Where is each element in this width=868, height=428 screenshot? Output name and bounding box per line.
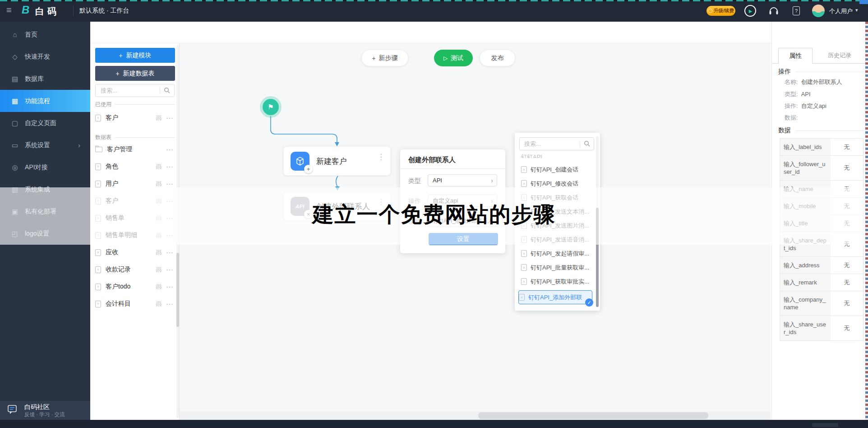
sidebar-item-database[interactable]: ▤ 数据库 <box>0 68 90 90</box>
dropdown-scrollbar-thumb[interactable] <box>596 208 599 307</box>
dropdown-item-clipped[interactable]: 钉钉API_… <box>521 153 593 158</box>
more-icon[interactable]: ··· <box>166 181 174 187</box>
chevron-right-icon: › <box>491 177 493 184</box>
type-select[interactable]: API › <box>428 174 497 186</box>
dropdown-item[interactable]: 钉钉API_创建会话 <box>521 163 592 177</box>
search-icon[interactable] <box>164 87 171 94</box>
dropdown-item[interactable]: 钉钉API_发送图片消... <box>521 219 592 233</box>
sliders-icon[interactable] <box>156 301 162 307</box>
chevron-down-icon[interactable]: ▾ <box>855 7 858 13</box>
sliders-icon[interactable] <box>156 249 162 256</box>
list-item-sales-order[interactable]: 销售单 ··· <box>95 210 175 226</box>
more-icon[interactable]: ··· <box>166 198 174 205</box>
list-item-customer[interactable]: 客户 ··· <box>95 193 175 209</box>
sliders-icon[interactable] <box>156 266 162 273</box>
sliders-icon[interactable] <box>156 115 162 121</box>
help-manual-icon[interactable]: ? <box>793 6 800 15</box>
list-item-sales-order-detail[interactable]: 销售单明细 ··· <box>95 227 175 243</box>
dropdown-item[interactable]: 钉钉API_获取会话 <box>521 191 592 205</box>
template-field[interactable]: 钉钉API_添加外部联系人 <box>428 215 497 227</box>
table-row: 输入_address无 <box>780 256 863 274</box>
sidebar-item-custom-page[interactable]: ▢ 自定义页面 <box>0 112 90 134</box>
search-icon[interactable] <box>584 140 591 147</box>
sidebar-item-private-deploy[interactable]: ▣ 私有化部署 <box>0 200 90 223</box>
more-icon[interactable]: ··· <box>166 163 174 170</box>
flow-node-create-external-contact[interactable]: API × 创建外部联系人 ⋮ <box>283 191 391 221</box>
sidebar-item-home[interactable]: ⌂ 首页 <box>0 23 90 46</box>
more-icon[interactable]: ··· <box>166 215 174 222</box>
sliders-icon[interactable] <box>156 198 162 204</box>
module-search <box>95 84 175 97</box>
dropdown-item[interactable]: 钉钉API_发送语音消... <box>521 233 592 247</box>
node-label: 新建客户 <box>316 147 347 176</box>
new-table-button[interactable]: + 新建数据表 <box>95 66 175 81</box>
sidebar-item-flow[interactable]: ▦ 功能流程 <box>0 90 90 112</box>
list-item-customer-mgmt[interactable]: 客户管理 ··· <box>95 141 175 158</box>
new-module-button[interactable]: + 新建模块 <box>95 48 175 63</box>
doc-icon <box>95 232 101 239</box>
sliders-icon[interactable] <box>156 232 162 238</box>
settings-button[interactable]: 设置 <box>429 233 498 245</box>
dropdown-item[interactable]: 钉钉API_修改会话 <box>521 177 592 191</box>
sliders-icon[interactable] <box>156 163 162 170</box>
node-menu-icon[interactable]: ⋮ <box>377 152 385 162</box>
more-icon[interactable]: ··· <box>166 301 174 307</box>
api-icon: ◎ <box>11 163 19 172</box>
dropdown-item[interactable]: 钉钉API_获取审批实... <box>521 274 592 288</box>
sidebar-item-quick-dev[interactable]: ◇ 快速开发 <box>0 46 90 68</box>
sidebar-item-api[interactable]: ◎ API对接 <box>0 156 90 178</box>
dropdown-item[interactable]: 钉钉API_发送文本消... <box>521 205 592 219</box>
sidebar: ⌂ 首页 ◇ 快速开发 ▤ 数据库 ▦ 功能流程 ▢ 自定义页面 ▭ 系统设置 … <box>0 22 90 420</box>
table-row: 输入_share_dept_ids无 <box>780 232 863 256</box>
sidebar-item-logo-settings[interactable]: ◰ logo设置 <box>0 223 90 245</box>
doc-icon <box>521 278 527 285</box>
dropdown-item[interactable]: 钉钉API_批量获取审... <box>521 261 592 274</box>
community-banner[interactable]: 白码社区 反馈 · 学习 · 交流 <box>0 401 90 420</box>
list-item-role[interactable]: 角色 ··· <box>95 158 175 175</box>
more-icon[interactable]: ··· <box>166 266 174 273</box>
tab-history[interactable]: 历史记录 <box>828 51 851 60</box>
more-icon[interactable]: ··· <box>166 232 174 239</box>
module-panel-scrollbar-thumb[interactable] <box>176 253 179 327</box>
doc-icon <box>521 208 527 215</box>
more-icon[interactable]: ··· <box>166 284 174 290</box>
dropdown-item[interactable]: 钉钉API_发起请假审... <box>521 247 592 261</box>
node-menu-icon[interactable]: ⋮ <box>377 197 385 207</box>
sliders-icon[interactable] <box>156 181 162 187</box>
module-search-input[interactable] <box>100 87 160 94</box>
sliders-icon[interactable] <box>156 284 162 290</box>
list-item-receivable[interactable]: 应收 ··· <box>95 244 175 261</box>
table-row: 输入_remark无 <box>780 274 863 291</box>
tab-properties[interactable]: 属性 <box>778 48 813 64</box>
new-step-button[interactable]: + 新步骤 <box>361 50 408 66</box>
sidebar-item-integration[interactable]: ▥ 系统集成 <box>0 178 90 200</box>
doc-icon <box>95 284 101 290</box>
more-icon[interactable]: ··· <box>166 115 174 121</box>
api-search <box>519 137 594 150</box>
list-item-used-customer[interactable]: 客户 ··· <box>95 110 175 126</box>
sidebar-item-system-settings[interactable]: ▭ 系统设置 › <box>0 134 90 156</box>
list-item-payment-record[interactable]: 收款记录 ··· <box>95 261 175 278</box>
canvas-hscrollbar-thumb[interactable] <box>478 412 708 419</box>
more-icon[interactable]: ··· <box>166 249 174 256</box>
dropdown-item-selected[interactable]: 钉钉API_添加外部联 ✓ <box>518 290 592 304</box>
action-select[interactable]: 自定义api › <box>428 195 497 207</box>
list-item-accounting-subject[interactable]: 会计科目 ··· <box>95 296 175 312</box>
upgrade-badge[interactable]: 升级/续费 <box>706 6 735 16</box>
support-headset-icon[interactable] <box>768 5 779 17</box>
workspace-title: 默认系统 · 工作台 <box>79 7 129 15</box>
avatar[interactable] <box>812 5 825 17</box>
api-search-input[interactable] <box>523 140 580 148</box>
more-icon[interactable]: ··· <box>166 146 174 153</box>
tutorial-play-button[interactable]: ▶ <box>744 5 756 17</box>
publish-button[interactable]: 发布 <box>480 50 515 66</box>
list-item-user[interactable]: 用户 ··· <box>95 176 175 192</box>
collapse-sidebar-icon[interactable]: ≡ <box>6 5 12 15</box>
test-button[interactable]: ▷ 测试 <box>434 50 473 66</box>
flow-node-create-customer[interactable]: + 新建客户 ⋮ <box>283 146 391 176</box>
sliders-icon[interactable] <box>156 215 162 221</box>
list-item-customer-todo[interactable]: 客户todo ··· <box>95 279 175 295</box>
breadcrumb: ‹ 返回 新建客户 <box>90 22 771 43</box>
user-menu-label[interactable]: 个人用户 <box>829 7 853 15</box>
start-node[interactable]: ⚑ <box>263 99 279 115</box>
